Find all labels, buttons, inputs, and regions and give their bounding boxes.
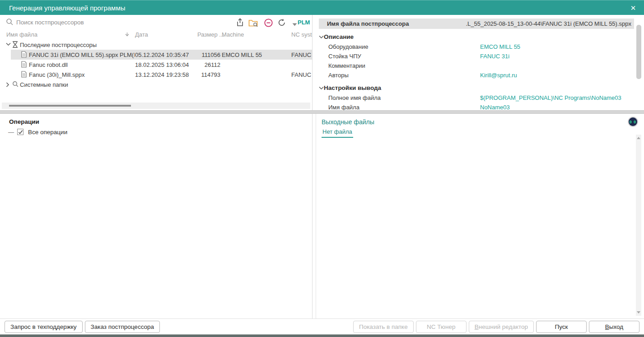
cell-machine: EMCO MILL 55 [222,51,262,58]
document-icon [21,71,27,78]
horizontal-scrollbar[interactable] [2,103,310,109]
column-header-date[interactable]: Дата [135,31,148,38]
cell-size: 26112 [181,61,220,68]
property-value[interactable]: $(PROGRAM_PERSONAL)\NC Programs\NoName03 [480,94,621,101]
property-label: Стойка ЧПУ [328,53,361,60]
property-row: АвторыKirill@sprut.ru [316,70,635,80]
vertical-splitter[interactable] [313,114,316,318]
cell-file-name: Fanuc robot.dll [29,61,68,68]
scroll-down-icon[interactable] [637,311,640,314]
file-name-value: .L_55_2025-08-15_13-00-44\FANUC 31i (EMC… [436,20,631,27]
property-value[interactable]: EMCO MILL 55 [480,43,520,50]
chat-bot-badge[interactable]: 0 0 [628,117,638,127]
refresh-icon[interactable] [277,18,287,28]
postprocessor-row[interactable]: FANUC 31i (EMCO MILL 55).sppx PLM(PLM...… [0,50,312,60]
property-label: Оборудование [328,43,368,50]
properties-scrollbar-thumb[interactable] [636,25,641,79]
chevron-down-icon[interactable] [6,42,11,46]
document-icon [21,51,27,58]
cell-file-name: FANUC 31i (EMCO MILL 55).sppx PLM(PLM... [29,51,135,58]
property-row: Имя файлаNoName03 [316,103,635,110]
property-row: Полное имя файла$(PROGRAM_PERSONAL)\NC P… [316,93,635,103]
property-row: Стойка ЧПУFANUC 31i [316,51,635,61]
tab-no-file[interactable]: Нет файла [322,128,353,138]
property-label: Комментарии [328,62,365,69]
operations-panel: Операции — Все операции [0,114,313,318]
find-folder-icon[interactable] [248,18,258,28]
section-title: Настройки вывода [324,84,381,91]
property-row: ОборудованиеEMCO MILL 55 [316,42,635,51]
property-value[interactable]: NoName03 [480,104,510,110]
file-name-label: Имя файла постпроцессора [327,20,409,27]
search-folder-icon [12,81,19,87]
operations-title: Операции [9,118,39,125]
footer-button[interactable]: Заказ постпроцессора [85,321,160,333]
footer-left-buttons: Запрос в техподдержкуЗаказ постпроцессор… [5,321,160,333]
footer-button: Показать в папке [353,321,414,333]
footer-button[interactable]: Пуск [536,321,587,333]
collapse-minus-icon[interactable]: — [8,129,14,136]
column-header-row: Имя файла Дата Размер ... Machine NC sys… [0,29,312,40]
property-section-header[interactable]: Описание [316,33,635,42]
property-section-header[interactable]: Настройки вывода [316,84,635,93]
property-label: Имя файла [328,104,359,110]
title-bar: Генерация управляющей программы ✕ [0,0,644,15]
postprocessor-browser-panel: PLM Имя файла Дата Размер ... Machine NC… [0,15,313,110]
column-header-machine[interactable]: Machine [222,31,244,38]
search-icon [6,18,14,26]
window-bottom-edge [0,334,644,337]
cell-nc-system: FANUC 31 [291,51,313,58]
property-row: Комментарии [316,61,635,70]
postprocessor-row[interactable]: Fanuc (30i)_Mill.sppx13.12.2024 19:23:58… [0,70,312,80]
page-title: Генерация управляющей программы [9,4,126,12]
column-header-name[interactable]: Имя файла [6,31,37,38]
footer-right-buttons: Показать в папкеNC ТюнерВнешний редактор… [353,321,639,333]
chevron-down-icon[interactable] [319,35,324,39]
footer-button: Внешний редактор [469,321,534,333]
postprocessor-tree: Последние постпроцессорыFANUC 31i (EMCO … [0,40,312,89]
output-scrollbar[interactable] [636,135,641,316]
search-row: PLM [0,15,312,29]
tree-group-label: Последние постпроцессоры [20,42,97,48]
chevron-down-icon[interactable] [319,86,324,90]
output-files-panel: Выходные файлы Нет файла 0 0 [316,114,644,318]
tree-group-label: Системные папки [20,81,68,88]
dialog-window: Генерация управляющей программы ✕ [0,0,644,337]
cell-nc-system: FANUC 30 [291,71,313,78]
all-operations-checkbox[interactable] [17,129,23,135]
close-icon[interactable]: ✕ [625,0,641,15]
property-label: Полное имя файла [328,94,381,101]
footer-button: NC Тюнер [416,321,467,333]
output-files-title: Выходные файлы [322,118,374,126]
column-header-nc-system[interactable]: NC syste [291,31,313,38]
property-grid: ОписаниеОборудованиеEMCO MILL 55Стойка Ч… [316,33,635,110]
tree-group-row[interactable]: Последние постпроцессоры [0,40,312,50]
horizontal-splitter[interactable] [0,110,644,114]
hourglass-icon [12,41,18,48]
scroll-up-icon[interactable] [637,137,640,139]
properties-scrollbar[interactable] [636,15,641,110]
export-icon[interactable] [235,18,245,28]
column-header-size[interactable]: Размер ... [197,31,224,38]
cell-file-name: Fanuc (30i)_Mill.sppx [29,71,85,78]
all-operations-row: — Все операции [8,128,67,136]
cell-size: 111056 [181,51,220,58]
footer-button[interactable]: Запрос в техподдержку [5,321,83,333]
property-label: Авторы [328,72,349,79]
footer-button[interactable]: Выход [589,321,639,333]
section-title: Описание [324,33,354,40]
postprocessor-row[interactable]: Fanuc robot.dll18.02.2025 13:06:0426112 [0,60,312,70]
chevron-right-icon[interactable] [6,82,9,87]
sort-indicator-icon[interactable] [125,33,130,37]
plm-button[interactable]: PLM [298,19,310,26]
postprocessor-file-row[interactable]: Имя файла постпроцессора .L_55_2025-08-1… [319,19,634,29]
property-value[interactable]: Kirill@sprut.ru [480,72,517,79]
cell-size: 114793 [181,71,220,78]
remove-icon[interactable] [263,18,273,28]
tree-group-row[interactable]: Системные папки [0,80,312,89]
search-input[interactable] [16,18,165,27]
document-icon [21,61,27,68]
horizontal-scrollbar-thumb[interactable] [9,105,131,107]
property-value[interactable]: FANUC 31i [480,53,509,60]
all-operations-label: Все операции [28,129,67,136]
